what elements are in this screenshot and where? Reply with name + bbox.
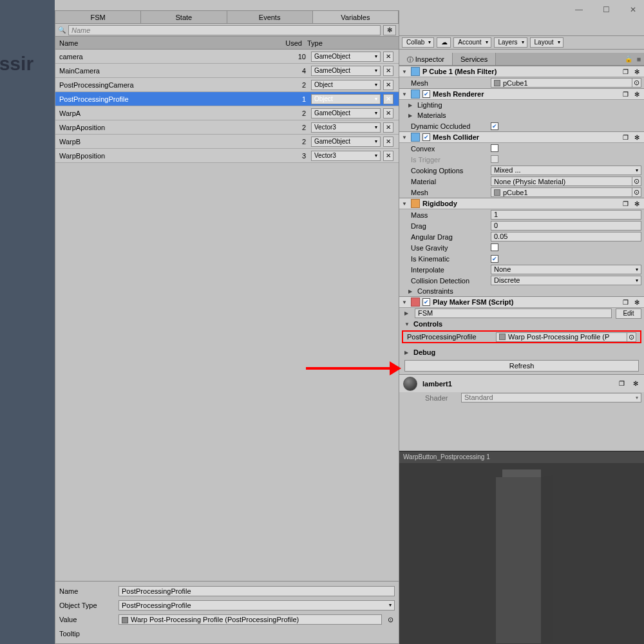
collab-button[interactable]: Collab bbox=[402, 37, 434, 48]
variable-type-dropdown[interactable]: Object bbox=[311, 94, 381, 104]
shader-dropdown[interactable]: Standard bbox=[461, 393, 641, 402]
materials-foldout[interactable]: ▶Materials bbox=[399, 110, 644, 120]
lighting-foldout[interactable]: ▶Lighting bbox=[399, 100, 644, 110]
inspector-menu-icon[interactable]: ≡ bbox=[634, 53, 644, 65]
variable-type-dropdown[interactable]: Vector3 bbox=[311, 151, 381, 161]
variable-type-dropdown[interactable]: Vector3 bbox=[311, 122, 381, 133]
variable-type-dropdown[interactable]: GameObject bbox=[311, 108, 381, 118]
variable-row[interactable]: WarpAposition2Vector3✕ bbox=[55, 120, 399, 135]
fsm-edit-button[interactable]: Edit bbox=[616, 308, 641, 319]
variable-row[interactable]: WarpBposition3Vector3✕ bbox=[55, 149, 399, 163]
help-icon[interactable]: ❐ bbox=[621, 68, 630, 75]
object-picker-icon[interactable]: ⊙ bbox=[632, 188, 641, 196]
variable-type-dropdown[interactable]: GameObject bbox=[311, 52, 381, 62]
layers-button[interactable]: Layers bbox=[494, 37, 527, 48]
delete-variable-button[interactable]: ✕ bbox=[383, 80, 393, 90]
component-mesh-filter[interactable]: ▼ P Cube 1 (Mesh Filter) ❐ ✻ bbox=[399, 66, 644, 77]
variable-row[interactable]: MainCamera4GameObject✕ bbox=[55, 64, 399, 78]
header-type[interactable]: Type bbox=[307, 39, 395, 47]
material-header[interactable]: lambert1 ❐ ✻ bbox=[399, 374, 644, 392]
help-icon[interactable]: ❐ bbox=[621, 134, 630, 141]
close-icon[interactable]: ✕ bbox=[629, 6, 638, 15]
tab-state[interactable]: State bbox=[141, 11, 227, 23]
inspector-lock-icon[interactable]: 🔒 bbox=[623, 53, 634, 65]
component-gear-icon[interactable]: ✻ bbox=[631, 380, 640, 387]
component-gear-icon[interactable]: ✻ bbox=[632, 91, 641, 98]
fsm-name-input[interactable]: FSM bbox=[415, 308, 612, 318]
detail-objtype-dropdown[interactable]: PostProcessingProfile bbox=[118, 600, 395, 611]
variable-settings-gear-icon[interactable]: ✻ bbox=[383, 25, 396, 35]
variable-type-dropdown[interactable]: GameObject bbox=[311, 137, 381, 147]
header-used[interactable]: Used bbox=[276, 39, 307, 47]
playmaker-var-objectfield[interactable]: Warp Post-Processing Profile (P⊙ bbox=[496, 332, 636, 342]
foldout-icon[interactable]: ▼ bbox=[402, 91, 408, 97]
tab-variables[interactable]: Variables bbox=[313, 11, 399, 23]
cloud-icon[interactable]: ☁ bbox=[437, 37, 451, 48]
convex-checkbox[interactable] bbox=[491, 144, 498, 152]
maximize-icon[interactable]: ☐ bbox=[601, 6, 611, 15]
controls-foldout[interactable]: ▼Controls bbox=[399, 319, 644, 329]
mesh-objectfield[interactable]: pCube1⊙ bbox=[491, 78, 641, 88]
variable-row[interactable]: WarpB2GameObject✕ bbox=[55, 135, 399, 149]
help-icon[interactable]: ❐ bbox=[621, 200, 630, 207]
tab-services[interactable]: Services bbox=[453, 53, 496, 65]
component-gear-icon[interactable]: ✻ bbox=[632, 68, 641, 75]
mesh-renderer-enabled-checkbox[interactable]: ✔ bbox=[422, 90, 430, 98]
component-mesh-collider[interactable]: ▼ ✔ Mesh Collider ❐ ✻ bbox=[399, 131, 644, 143]
mass-input[interactable]: 1 bbox=[491, 210, 641, 220]
component-playmaker-fsm[interactable]: ▼ ✔ Play Maker FSM (Script) ❐ ✻ bbox=[399, 296, 644, 308]
component-gear-icon[interactable]: ✻ bbox=[632, 134, 641, 141]
variable-row[interactable]: PostProcessingProfile1Object✕ bbox=[55, 92, 399, 106]
component-gear-icon[interactable]: ✻ bbox=[632, 200, 641, 207]
component-rigidbody[interactable]: ▼ Rigidbody ❐ ✻ bbox=[399, 198, 644, 209]
object-picker-icon[interactable]: ⊙ bbox=[386, 616, 395, 624]
delete-variable-button[interactable]: ✕ bbox=[383, 52, 393, 62]
usegrav-checkbox[interactable] bbox=[491, 243, 498, 251]
tab-inspector[interactable]: ⓘ Inspector bbox=[399, 53, 453, 65]
delete-variable-button[interactable]: ✕ bbox=[383, 66, 393, 76]
detail-value-objectfield[interactable]: Warp Post-Processing Profile (PostProces… bbox=[118, 614, 382, 625]
preview-viewport[interactable] bbox=[399, 463, 644, 644]
delete-variable-button[interactable]: ✕ bbox=[383, 108, 393, 118]
foldout-icon[interactable]: ▶ bbox=[404, 310, 411, 316]
playmaker-enabled-checkbox[interactable]: ✔ bbox=[422, 298, 430, 306]
debug-foldout[interactable]: ▶Debug bbox=[399, 347, 644, 357]
account-button[interactable]: Account bbox=[453, 37, 491, 48]
delete-variable-button[interactable]: ✕ bbox=[383, 151, 393, 161]
delete-variable-button[interactable]: ✕ bbox=[383, 94, 393, 104]
collider-mesh-objectfield[interactable]: pCube1⊙ bbox=[491, 187, 641, 197]
colldet-dropdown[interactable]: Discrete bbox=[491, 276, 641, 285]
header-name[interactable]: Name bbox=[59, 39, 276, 47]
help-icon[interactable]: ❐ bbox=[621, 91, 630, 98]
cooking-dropdown[interactable]: Mixed ... bbox=[491, 166, 641, 175]
component-mesh-renderer[interactable]: ▼ ✔ Mesh Renderer ❐ ✻ bbox=[399, 88, 644, 100]
variable-search-input[interactable] bbox=[68, 25, 381, 35]
iskin-checkbox[interactable]: ✔ bbox=[491, 255, 498, 263]
foldout-icon[interactable]: ▼ bbox=[402, 201, 408, 207]
variable-type-dropdown[interactable]: GameObject bbox=[311, 66, 381, 76]
variable-row[interactable]: camera10GameObject✕ bbox=[55, 50, 399, 64]
foldout-icon[interactable]: ▼ bbox=[402, 135, 408, 140]
object-picker-icon[interactable]: ⊙ bbox=[632, 177, 641, 185]
interp-dropdown[interactable]: None bbox=[491, 265, 641, 274]
delete-variable-button[interactable]: ✕ bbox=[383, 122, 393, 133]
dynamic-occluded-checkbox[interactable]: ✔ bbox=[491, 122, 498, 130]
object-picker-icon[interactable]: ⊙ bbox=[627, 333, 636, 341]
constraints-foldout[interactable]: ▶Constraints bbox=[399, 286, 644, 296]
object-picker-icon[interactable]: ⊙ bbox=[632, 79, 641, 87]
component-gear-icon[interactable]: ✻ bbox=[632, 299, 641, 306]
angdrag-input[interactable]: 0.05 bbox=[491, 232, 641, 242]
mesh-collider-enabled-checkbox[interactable]: ✔ bbox=[422, 133, 430, 141]
tab-fsm[interactable]: FSM bbox=[55, 11, 141, 23]
detail-name-input[interactable]: PostProcessingProfile bbox=[118, 586, 395, 596]
foldout-icon[interactable]: ▼ bbox=[402, 299, 408, 305]
variable-row[interactable]: PostProcessingCamera2Object✕ bbox=[55, 78, 399, 92]
tab-events[interactable]: Events bbox=[227, 11, 313, 23]
variable-type-dropdown[interactable]: Object bbox=[311, 80, 381, 90]
drag-input[interactable]: 0 bbox=[491, 221, 641, 231]
foldout-icon[interactable]: ▼ bbox=[402, 69, 408, 75]
refresh-button[interactable]: Refresh bbox=[404, 360, 639, 372]
help-icon[interactable]: ❐ bbox=[621, 299, 630, 306]
delete-variable-button[interactable]: ✕ bbox=[383, 137, 393, 147]
physmat-objectfield[interactable]: None (Physic Material)⊙ bbox=[491, 176, 641, 186]
